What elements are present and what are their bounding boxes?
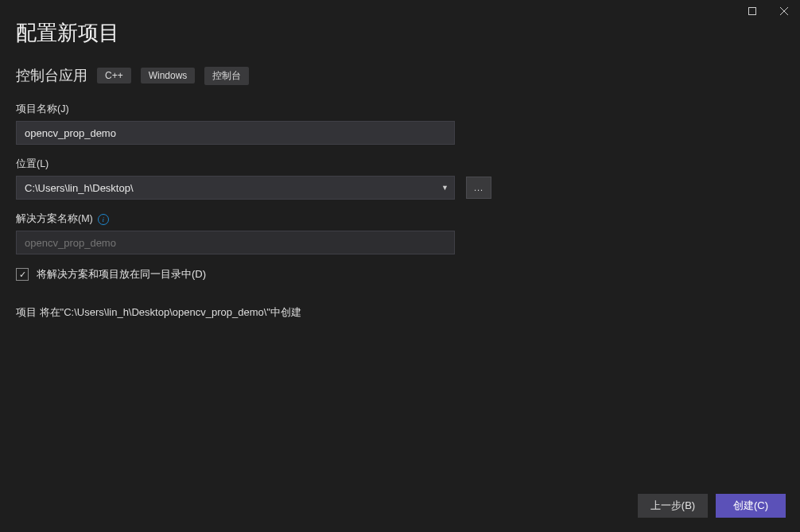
solution-name-label: 解决方案名称(M) xyxy=(16,212,93,226)
creation-summary: 项目 将在"C:\Users\lin_h\Desktop\opencv_prop… xyxy=(16,305,784,320)
close-button[interactable] xyxy=(768,0,800,22)
main-content: 配置新项目 控制台应用 C++ Windows 控制台 项目名称(J) 位置(L… xyxy=(0,0,800,336)
location-input[interactable] xyxy=(16,176,455,200)
same-dir-row: ✓ 将解决方案和项目放在同一目录中(D) xyxy=(16,267,784,282)
solution-name-input xyxy=(16,231,455,254)
tag-console: 控制台 xyxy=(204,67,249,85)
maximize-icon xyxy=(748,6,756,17)
project-name-group: 项目名称(J) xyxy=(16,103,784,145)
location-combo[interactable]: ▼ xyxy=(16,176,455,200)
browse-button[interactable]: ... xyxy=(466,177,491,199)
page-title: 配置新项目 xyxy=(16,19,784,47)
check-icon: ✓ xyxy=(19,270,26,280)
create-button[interactable]: 创建(C) xyxy=(716,494,786,518)
tag-windows: Windows xyxy=(141,68,196,83)
back-button[interactable]: 上一步(B) xyxy=(638,494,708,518)
maximize-button[interactable] xyxy=(736,0,768,22)
template-subtitle: 控制台应用 xyxy=(16,66,87,85)
same-dir-checkbox[interactable]: ✓ xyxy=(16,268,29,281)
footer-buttons: 上一步(B) 创建(C) xyxy=(638,494,786,518)
svg-rect-0 xyxy=(749,7,756,14)
location-group: 位置(L) ▼ ... xyxy=(16,157,784,200)
solution-name-group: 解决方案名称(M) i xyxy=(16,212,784,254)
info-icon[interactable]: i xyxy=(98,214,109,225)
close-icon xyxy=(780,6,788,17)
title-bar xyxy=(736,0,800,22)
project-name-input[interactable] xyxy=(16,121,455,145)
location-label: 位置(L) xyxy=(16,157,784,171)
subtitle-row: 控制台应用 C++ Windows 控制台 xyxy=(16,66,784,85)
tag-cpp: C++ xyxy=(97,68,131,83)
same-dir-label: 将解决方案和项目放在同一目录中(D) xyxy=(37,267,206,282)
project-name-label: 项目名称(J) xyxy=(16,103,784,116)
